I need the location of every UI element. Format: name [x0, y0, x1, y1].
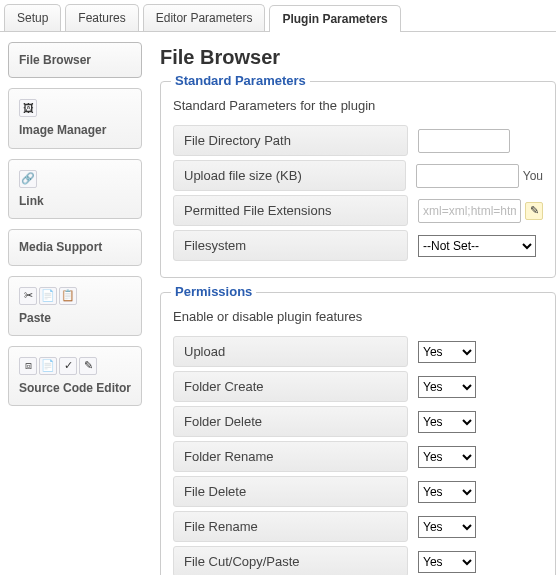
sidebar-item-label: Image Manager — [19, 123, 131, 137]
sidebar-item-file-browser[interactable]: File Browser — [8, 42, 142, 78]
perm-file-cut-copy-paste-label: File Cut/Copy/Paste — [173, 546, 408, 575]
perm-file-delete-select[interactable]: YesNo — [418, 481, 476, 503]
permissions-desc: Enable or disable plugin features — [173, 309, 543, 324]
perm-folder-rename-label: Folder Rename — [173, 441, 408, 472]
permissions-fieldset: Permissions Enable or disable plugin fea… — [160, 292, 556, 575]
perm-file-rename-select[interactable]: YesNo — [418, 516, 476, 538]
perm-file-rename-label: File Rename — [173, 511, 408, 542]
standard-parameters-fieldset: Standard Parameters Standard Parameters … — [160, 81, 556, 278]
filesystem-label: Filesystem — [173, 230, 408, 261]
sidebar-item-label: Link — [19, 194, 131, 208]
perm-folder-create-select[interactable]: YesNo — [418, 376, 476, 398]
main-panel: File Browser Standard Parameters Standar… — [150, 32, 556, 575]
sidebar-item-label: Media Support — [19, 240, 131, 254]
page-title: File Browser — [160, 46, 556, 69]
sidebar-item-media-support[interactable]: Media Support — [8, 229, 142, 265]
sidebar: File Browser🖼Image Manager🔗LinkMedia Sup… — [0, 32, 150, 575]
upload-file-size-after: You — [523, 169, 543, 183]
perm-folder-rename-select[interactable]: YesNo — [418, 446, 476, 468]
perm-file-cut-copy-paste-select[interactable]: YesNo — [418, 551, 476, 573]
perm-upload-select[interactable]: YesNo — [418, 341, 476, 363]
perm-file-delete-label: File Delete — [173, 476, 408, 507]
sidebar-item-label: Paste — [19, 311, 131, 325]
sidebar-item-paste[interactable]: ✂📄📋Paste — [8, 276, 142, 336]
tabs: SetupFeaturesEditor ParametersPlugin Par… — [0, 0, 556, 32]
standard-desc: Standard Parameters for the plugin — [173, 98, 543, 113]
tab-editor-parameters[interactable]: Editor Parameters — [143, 4, 266, 31]
sidebar-item-label: Source Code Editor — [19, 381, 131, 395]
link-icon: 🔗 — [19, 170, 37, 188]
permissions-legend: Permissions — [171, 284, 256, 299]
doc-lines-icon: 📄 — [39, 357, 57, 375]
image-icon: 🖼 — [19, 99, 37, 117]
perm-folder-delete-select[interactable]: YesNo — [418, 411, 476, 433]
perm-folder-delete-label: Folder Delete — [173, 406, 408, 437]
copy-icon: 📄 — [39, 287, 57, 305]
tab-features[interactable]: Features — [65, 4, 138, 31]
file-directory-path-label: File Directory Path — [173, 125, 408, 156]
paste-menu-icon: 📋 — [59, 287, 77, 305]
sidebar-item-image-manager[interactable]: 🖼Image Manager — [8, 88, 142, 148]
cut-icon: ✂ — [19, 287, 37, 305]
code-icon: ⧇ — [19, 357, 37, 375]
permitted-file-extensions-label: Permitted File Extensions — [173, 195, 408, 226]
standard-legend: Standard Parameters — [171, 73, 310, 88]
upload-file-size-input[interactable] — [416, 164, 519, 188]
upload-file-size-label: Upload file size (KB) — [173, 160, 406, 191]
doc-check-icon: ✓ — [59, 357, 77, 375]
tab-plugin-parameters[interactable]: Plugin Parameters — [269, 5, 400, 32]
filesystem-select[interactable]: --Not Set-- — [418, 235, 536, 257]
edit-extensions-button[interactable]: ✎ — [525, 202, 543, 220]
doc-edit-icon: ✎ — [79, 357, 97, 375]
permitted-file-extensions-input[interactable] — [418, 199, 521, 223]
perm-folder-create-label: Folder Create — [173, 371, 408, 402]
tab-setup[interactable]: Setup — [4, 4, 61, 31]
sidebar-item-label: File Browser — [19, 53, 131, 67]
file-directory-path-input[interactable] — [418, 129, 510, 153]
sidebar-item-link[interactable]: 🔗Link — [8, 159, 142, 219]
perm-upload-label: Upload — [173, 336, 408, 367]
sidebar-item-source-code-editor[interactable]: ⧇📄✓✎Source Code Editor — [8, 346, 142, 406]
